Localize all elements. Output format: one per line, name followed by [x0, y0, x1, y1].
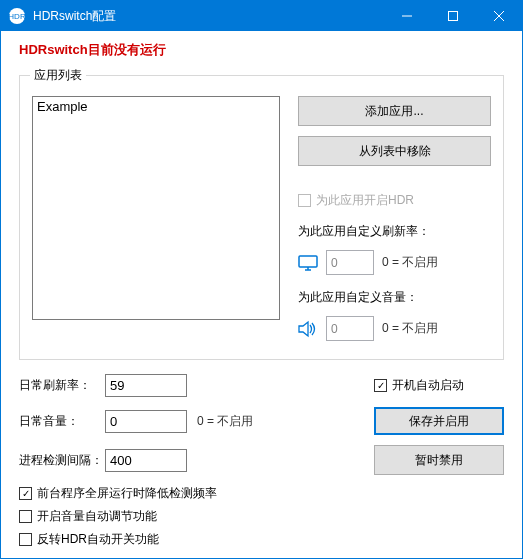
titlebar: HDR HDRswitch配置	[1, 1, 522, 31]
app-icon: HDR	[9, 8, 25, 24]
c1-label: 前台程序全屏运行时降低检测频率	[37, 485, 217, 502]
c3-label: 反转HDR自动开关功能	[37, 531, 159, 548]
invert-hdr-checkbox[interactable]: 反转HDR自动开关功能	[19, 531, 504, 548]
monitor-icon	[298, 255, 318, 271]
refresh-input[interactable]	[326, 250, 374, 275]
volume-auto-checkbox[interactable]: 开启音量自动调节功能	[19, 508, 504, 525]
volume-hint: 0 = 不启用	[382, 320, 438, 337]
add-app-button[interactable]: 添加应用...	[298, 96, 491, 126]
custom-volume-label: 为此应用自定义音量：	[298, 289, 491, 306]
app-listbox[interactable]: Example	[32, 96, 280, 320]
status-text: HDRswitch目前没有运行	[19, 41, 504, 59]
remove-app-button[interactable]: 从列表中移除	[298, 136, 491, 166]
list-item[interactable]: Example	[37, 99, 275, 114]
daily-refresh-label: 日常刷新率：	[19, 377, 105, 394]
applist-fieldset: 应用列表 Example 添加应用... 从列表中移除 为此应用开启HDR 为此…	[19, 67, 504, 360]
svg-rect-4	[299, 256, 317, 267]
save-button[interactable]: 保存并启用	[374, 407, 504, 435]
daily-volume-label: 日常音量：	[19, 413, 105, 430]
daily-refresh-input[interactable]	[105, 374, 187, 397]
speaker-icon	[298, 320, 318, 338]
enable-hdr-checkbox: 为此应用开启HDR	[298, 192, 491, 209]
close-button[interactable]	[476, 1, 522, 31]
autostart-label: 开机自动启动	[392, 377, 464, 394]
refresh-hint: 0 = 不启用	[382, 254, 438, 271]
minimize-button[interactable]	[384, 1, 430, 31]
autostart-checkbox[interactable]: ✓ 开机自动启动	[374, 377, 504, 394]
daily-volume-hint: 0 = 不启用	[191, 413, 374, 430]
interval-input[interactable]	[105, 449, 187, 472]
maximize-button[interactable]	[430, 1, 476, 31]
volume-input[interactable]	[326, 316, 374, 341]
applist-legend: 应用列表	[30, 67, 86, 84]
daily-volume-input[interactable]	[105, 410, 187, 433]
enable-hdr-label: 为此应用开启HDR	[316, 192, 414, 209]
svg-rect-1	[449, 12, 458, 21]
window-title: HDRswitch配置	[33, 8, 384, 25]
interval-label: 进程检测间隔：	[19, 452, 105, 469]
disable-button[interactable]: 暂时禁用	[374, 445, 504, 475]
c2-label: 开启音量自动调节功能	[37, 508, 157, 525]
custom-refresh-label: 为此应用自定义刷新率：	[298, 223, 491, 240]
svg-marker-7	[299, 322, 308, 336]
fullscreen-checkbox[interactable]: ✓前台程序全屏运行时降低检测频率	[19, 485, 504, 502]
